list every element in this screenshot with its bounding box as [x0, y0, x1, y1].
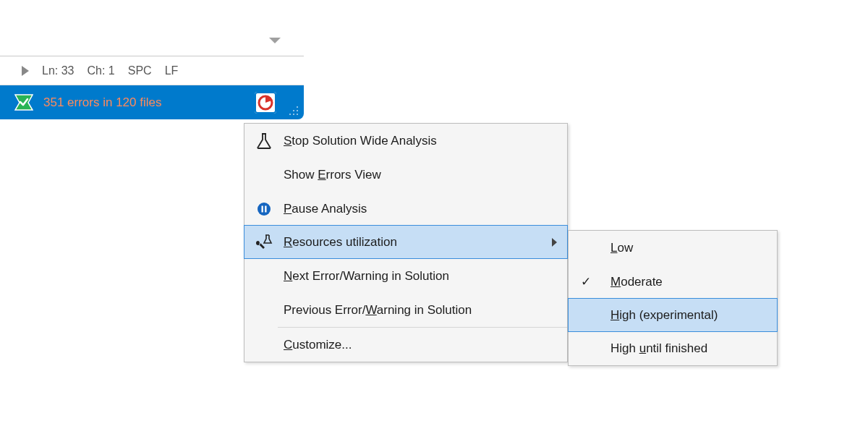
svg-rect-3 [262, 205, 263, 212]
editor-scrollbar-region [0, 0, 304, 56]
solution-errors-bar[interactable]: 351 errors in 120 files [0, 85, 304, 119]
svg-marker-0 [15, 95, 33, 110]
menu-label: Stop Solution Wide Analysis [284, 134, 437, 148]
analysis-context-menu: Stop Solution Wide Analysis Show Errors … [244, 123, 568, 362]
resources-submenu: Low ✓ Moderate High (experimental) High … [568, 230, 778, 366]
menu-resources-utilization[interactable]: Resources utilization [244, 225, 568, 259]
play-icon[interactable] [22, 66, 29, 76]
svg-point-2 [258, 203, 271, 216]
menu-label: Customize... [284, 338, 352, 352]
submenu-high[interactable]: High (experimental) [568, 298, 778, 332]
menu-next-error[interactable]: Next Error/Warning in Solution [244, 259, 567, 293]
status-line[interactable]: Ln: 33 [42, 64, 74, 77]
status-eol[interactable]: LF [165, 64, 179, 77]
submenu-low[interactable]: Low [569, 231, 777, 265]
editor-corner: Ln: 33 Ch: 1 SPC LF 351 errors in 120 fi… [0, 0, 304, 119]
svg-rect-4 [265, 205, 266, 212]
status-indent[interactable]: SPC [128, 64, 152, 77]
menu-label: Low [610, 241, 633, 255]
check-icon: ✓ [581, 274, 591, 289]
submenu-arrow-icon [552, 238, 557, 247]
menu-show-errors[interactable]: Show Errors View [244, 158, 567, 192]
wrench-flask-icon [255, 233, 273, 252]
menu-label: High (experimental) [610, 308, 718, 323]
menu-label: Pause Analysis [284, 202, 367, 216]
submenu-high-until-finished[interactable]: High until finished [569, 331, 777, 365]
menu-label: Show Errors View [284, 168, 381, 182]
menu-label: Resources utilization [284, 235, 397, 250]
resize-grip-icon[interactable] [286, 103, 298, 115]
menu-previous-error[interactable]: Previous Error/Warning in Solution [244, 293, 567, 327]
pause-icon [255, 200, 273, 218]
menu-customize[interactable]: Customize... [244, 328, 567, 362]
error-count-text: 351 errors in 120 files [43, 95, 161, 110]
editor-status-line: Ln: 33 Ch: 1 SPC LF [0, 56, 304, 85]
dropdown-arrow-icon[interactable] [269, 38, 281, 43]
menu-label: Next Error/Warning in Solution [284, 269, 449, 284]
shield-check-icon [14, 94, 33, 111]
status-col[interactable]: Ch: 1 [87, 64, 114, 77]
menu-stop-analysis[interactable]: Stop Solution Wide Analysis [244, 124, 567, 158]
submenu-moderate[interactable]: ✓ Moderate [569, 265, 777, 299]
menu-label: Previous Error/Warning in Solution [284, 303, 472, 318]
menu-label: Moderate [610, 275, 663, 289]
analysis-indicator-icon[interactable] [255, 92, 276, 114]
menu-pause-analysis[interactable]: Pause Analysis [244, 192, 567, 226]
menu-label: High until finished [610, 341, 707, 356]
flask-icon [255, 132, 273, 150]
